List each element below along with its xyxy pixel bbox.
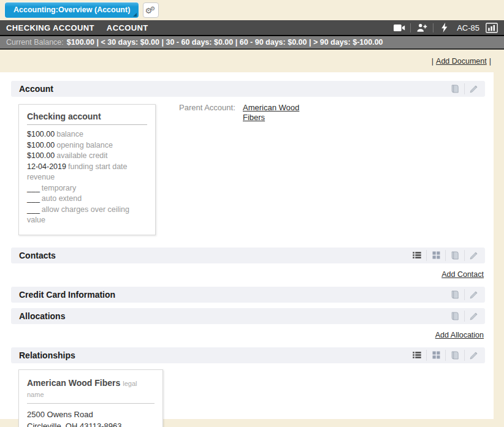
gears-icon: ⚙⚙ [145, 5, 157, 16]
journal-icon[interactable] [448, 350, 462, 361]
grid-view-icon[interactable] [429, 350, 443, 361]
pipe: | [432, 57, 433, 66]
video-icon[interactable] [393, 22, 405, 33]
account-field-opening-balance: $100.00opening balance [27, 140, 147, 151]
balance-status-bar: Current Balance: $100.00 | < 30 days: $0… [0, 36, 504, 50]
record-type-label: ACCOUNT [107, 23, 148, 32]
section-title: Relationships [19, 350, 75, 360]
divider [464, 311, 465, 322]
section-header-allocations: Allocations [11, 308, 485, 324]
contacts-actions: Add Contact [11, 270, 484, 279]
grid-view-icon[interactable] [429, 250, 443, 261]
document-toolbar: | Add Document | [0, 50, 504, 72]
section-title: Contacts [19, 251, 56, 260]
add-allocation-link[interactable]: Add Allocation [435, 331, 484, 339]
allocations-actions: Add Allocation [11, 331, 484, 339]
journal-icon[interactable] [448, 289, 462, 300]
account-field-available-credit: $100.00available credit [27, 151, 147, 162]
section-header-relationships: Relationships [11, 347, 485, 363]
edit-pencil-icon[interactable] [467, 311, 481, 322]
account-body: Checking account $100.00balance $100.00o… [11, 97, 485, 235]
account-card-title: Checking account [27, 111, 147, 125]
list-view-icon[interactable] [410, 350, 424, 361]
record-header-bar: CHECKING ACCOUNT ACCOUNT AC-85 [0, 20, 504, 36]
divider [426, 350, 427, 361]
account-field-funding-start-date: 12-04-2019funding start date [27, 162, 147, 173]
journal-icon[interactable] [448, 83, 462, 94]
tab-accounting-overview[interactable]: Accounting:Overview (Account) [5, 2, 139, 18]
balance-values: $100.00 | < 30 days: $0.00 | 30 - 60 day… [67, 38, 383, 47]
section-title: Credit Card Information [19, 290, 115, 300]
divider [433, 23, 433, 32]
section-header-credit-card: Credit Card Information [11, 287, 485, 303]
parent-account-block: Parent Account: American Wood Fibers [179, 103, 300, 123]
list-view-icon[interactable] [410, 250, 424, 261]
divider [445, 250, 446, 261]
lightning-icon[interactable] [438, 22, 451, 33]
edit-pencil-icon[interactable] [467, 289, 481, 300]
section-header-account: Account [11, 81, 485, 97]
main-panel: Account Checking account $100.00balance … [0, 72, 494, 419]
edit-pencil-icon[interactable] [467, 250, 481, 261]
account-field-temporary: ___temporary [27, 183, 147, 194]
pipe: | [489, 57, 491, 66]
divider [410, 23, 411, 32]
record-code: AC-85 [457, 23, 479, 32]
divider [464, 350, 465, 361]
account-field-allow-charges: ___allow charges over ceiling value [27, 205, 147, 226]
tab-label: Accounting:Overview (Account) [13, 6, 130, 14]
divider [445, 350, 446, 361]
journal-icon[interactable] [448, 311, 462, 322]
journal-icon[interactable] [448, 250, 462, 261]
parent-account-link[interactable]: American Wood Fibers [243, 103, 300, 123]
relationship-address-line2: Circleville, OH 43113-8963 [27, 420, 155, 427]
parent-account-label: Parent Account: [179, 103, 243, 123]
relationship-name: American Wood Fibers [27, 378, 120, 388]
account-field-balance: $100.00balance [27, 129, 147, 140]
divider [426, 250, 427, 261]
add-document-link[interactable]: Add Document [436, 57, 487, 66]
section-title: Account [19, 84, 53, 94]
divider [464, 289, 465, 300]
section-title: Allocations [19, 311, 65, 321]
relationship-card: American Wood Fiberslegal name 2500 Owen… [18, 369, 163, 427]
divider [464, 250, 465, 261]
tab-strip: Accounting:Overview (Account) ⚙⚙ [0, 0, 504, 20]
settings-button[interactable]: ⚙⚙ [143, 2, 159, 18]
account-field-revenue: revenue [27, 172, 147, 183]
person-add-icon[interactable] [416, 22, 428, 33]
account-summary-card: Checking account $100.00balance $100.00o… [18, 104, 156, 235]
edit-pencil-icon[interactable] [467, 350, 481, 361]
add-contact-link[interactable]: Add Contact [441, 270, 484, 279]
account-field-auto-extend: ___auto extend [27, 194, 147, 205]
divider [464, 83, 465, 94]
section-header-contacts: Contacts [11, 248, 485, 263]
record-title: CHECKING ACCOUNT [6, 23, 94, 32]
relationship-address-line1: 2500 Owens Road [27, 409, 155, 420]
balance-label: Current Balance: [6, 38, 64, 47]
bar-chart-icon[interactable] [486, 22, 498, 33]
edit-pencil-icon[interactable] [467, 83, 481, 94]
